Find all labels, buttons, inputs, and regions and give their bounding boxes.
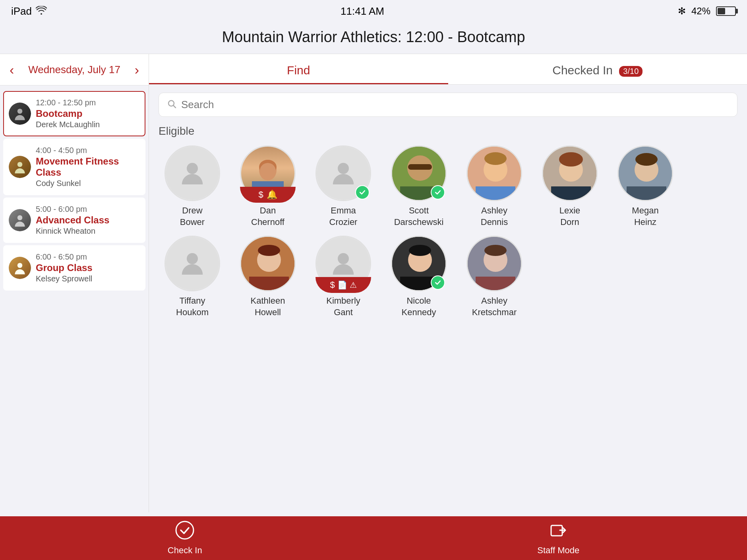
bell-icon: 🔔: [267, 190, 277, 200]
member-card-drew-bower[interactable]: DrewBower: [159, 145, 226, 228]
svg-point-9: [260, 163, 276, 179]
member-card-lexie-dorn[interactable]: LexieDorn: [536, 145, 604, 228]
bottom-bar: Check In Staff Mode: [0, 516, 747, 560]
checked-in-badge: 3/10: [619, 66, 642, 77]
staff-mode-icon: [549, 521, 568, 543]
member-name-nicole-kennedy: NicoleKennedy: [402, 295, 436, 318]
sidebar: ‹ Wednesday, July 17 › 12:00 - 12:50 pm …: [0, 54, 149, 512]
member-grid: DrewBower: [159, 145, 737, 318]
status-left: iPad: [11, 5, 47, 17]
member-name-ashley-kretschmar: AshleyKretschmar: [472, 295, 517, 318]
main-layout: ‹ Wednesday, July 17 › 12:00 - 12:50 pm …: [0, 54, 747, 512]
class-instructor-3: Kinnick Wheaton: [36, 227, 138, 236]
svg-point-42: [176, 521, 194, 539]
payment-doc-warn-badge-kimberly-gant: $ 📄 ⚠: [315, 277, 371, 293]
svg-rect-15: [408, 164, 432, 170]
member-name-tiffany-houkom: TiffanyHoukom: [176, 295, 209, 318]
member-name-scott-darschewski: ScottDarschewski: [394, 205, 444, 228]
svg-point-0: [17, 109, 23, 114]
avatar-wrap-nicole-kennedy: [391, 236, 447, 291]
member-name-kimberly-gant: KimberlyGant: [326, 295, 360, 318]
search-bar[interactable]: [159, 93, 737, 117]
svg-point-3: [17, 263, 23, 268]
member-card-megan-heinz[interactable]: MeganHeinz: [612, 145, 679, 228]
member-name-lexie-dorn: LexieDorn: [559, 205, 581, 228]
avatar-bootcamp: [9, 103, 31, 125]
avatar-drew-bower: [164, 145, 220, 201]
avatar-ashley-kretschmar: [466, 236, 522, 291]
search-input[interactable]: [181, 99, 729, 111]
status-right: ✻ 42%: [678, 6, 736, 17]
class-time-2: 4:00 - 4:50 pm: [36, 146, 138, 155]
svg-point-2: [17, 215, 23, 220]
class-instructor-1: Derek McLaughlin: [36, 120, 138, 129]
check-badge-emma-crozier: [355, 185, 370, 200]
avatar-kathleen-howell: [240, 236, 296, 291]
avatar-ashley-dennis: [466, 145, 522, 201]
wifi-icon: [36, 5, 47, 17]
class-item-group[interactable]: 6:00 - 6:50 pm Group Class Kelsey Sprowe…: [3, 245, 145, 291]
date-nav: ‹ Wednesday, July 17 ›: [0, 54, 149, 85]
staff-mode-button[interactable]: Staff Mode: [537, 521, 579, 556]
class-name-3: Advanced Class: [36, 215, 138, 226]
right-panel: Find Checked In 3/10 Eligible: [149, 54, 747, 512]
avatar-tiffany-houkom: [164, 236, 220, 291]
check-badge-scott-darschewski: [431, 185, 445, 200]
class-item-bootcamp[interactable]: 12:00 - 12:50 pm Bootcamp Derek McLaughl…: [3, 91, 145, 136]
prev-day-button[interactable]: ‹: [10, 63, 14, 76]
avatar-wrap-kimberly-gant: $ 📄 ⚠: [315, 236, 371, 291]
search-bar-wrap: [149, 85, 747, 125]
payment-bell-badge-dan-chernoff: $ 🔔: [240, 187, 296, 203]
member-card-ashley-kretschmar[interactable]: AshleyKretschmar: [461, 236, 528, 318]
ipad-label: iPad: [11, 5, 32, 17]
avatar-wrap-megan-heinz: [617, 145, 673, 201]
member-card-ashley-dennis[interactable]: AshleyDennis: [461, 145, 528, 228]
svg-point-6: [187, 163, 198, 174]
class-item-movement[interactable]: 4:00 - 4:50 pm Movement Fitness Class Co…: [3, 139, 145, 195]
member-card-kathleen-howell[interactable]: KathleenHowell: [234, 236, 302, 318]
svg-point-28: [187, 253, 198, 264]
svg-rect-40: [476, 277, 515, 291]
svg-point-33: [338, 253, 349, 264]
avatar-group: [9, 257, 31, 279]
class-item-advanced[interactable]: 5:00 - 6:00 pm Advanced Class Kinnick Wh…: [3, 198, 145, 243]
member-card-emma-crozier[interactable]: EmmaCrozier: [310, 145, 377, 228]
check-in-button[interactable]: Check In: [168, 521, 202, 556]
avatar-wrap-dan-chernoff: $ 🔔: [240, 145, 296, 201]
avatar-megan-heinz: [617, 145, 673, 201]
member-card-dan-chernoff[interactable]: $ 🔔 DanChernoff: [234, 145, 302, 228]
class-list: 12:00 - 12:50 pm Bootcamp Derek McLaughl…: [0, 85, 149, 512]
warn-icon: ⚠: [350, 280, 357, 290]
member-name-ashley-dennis: AshleyDennis: [481, 205, 508, 228]
class-name-4: Group Class: [36, 262, 138, 273]
svg-rect-22: [551, 186, 591, 201]
check-in-label: Check In: [168, 545, 202, 556]
class-name-1: Bootcamp: [36, 108, 138, 119]
next-day-button[interactable]: ›: [135, 63, 139, 76]
battery-percent: 42%: [691, 6, 710, 17]
time-display: 11:41 AM: [341, 5, 384, 17]
tab-checked-in[interactable]: Checked In 3/10: [448, 54, 747, 84]
svg-point-19: [484, 152, 507, 165]
avatar-lexie-dorn: [542, 145, 598, 201]
app-title: Mountain Warrior Athletics: 12:00 - Boot…: [0, 22, 747, 54]
tab-find[interactable]: Find: [149, 54, 448, 84]
svg-point-41: [484, 245, 507, 256]
svg-point-27: [635, 153, 658, 166]
class-instructor-2: Cody Sunkel: [36, 179, 138, 188]
status-bar: iPad 11:41 AM ✻ 42%: [0, 0, 747, 22]
member-card-kimberly-gant[interactable]: $ 📄 ⚠ KimberlyGant: [310, 236, 377, 318]
eligible-title: Eligible: [159, 125, 737, 138]
member-name-megan-heinz: MeganHeinz: [632, 205, 658, 228]
member-card-scott-darschewski[interactable]: ScottDarschewski: [385, 145, 453, 228]
class-name-2: Movement Fitness Class: [36, 156, 138, 178]
svg-line-5: [174, 105, 176, 108]
svg-rect-31: [249, 277, 289, 291]
eligible-section: Eligible: [149, 125, 747, 512]
member-card-tiffany-houkom[interactable]: TiffanyHoukom: [159, 236, 226, 318]
avatar-wrap-scott-darschewski: [391, 145, 447, 201]
svg-point-23: [559, 152, 583, 167]
svg-point-1: [17, 162, 23, 167]
search-icon: [167, 99, 176, 111]
member-card-nicole-kennedy[interactable]: NicoleKennedy: [385, 236, 453, 318]
